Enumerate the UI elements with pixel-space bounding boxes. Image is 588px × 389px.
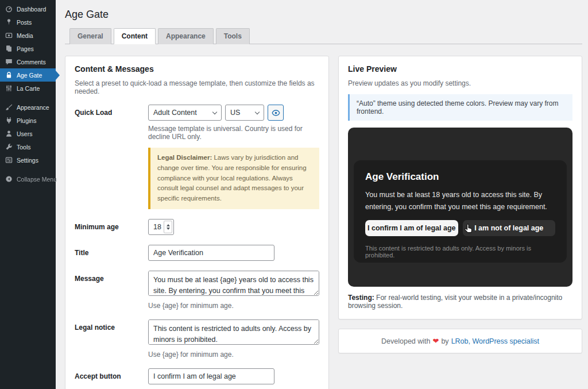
- tab-tools[interactable]: Tools: [216, 28, 250, 44]
- title-row: Title: [75, 245, 319, 261]
- tab-bar: General Content Appearance Tools: [65, 28, 582, 44]
- chevron-down-icon: [255, 109, 260, 114]
- legal-disclaimer-text: Laws vary by jurisdiction and change ove…: [157, 154, 307, 202]
- sidebar-item-label: La Carte: [17, 85, 40, 92]
- legal-notice-row: Legal notice This content is restricted …: [75, 319, 319, 359]
- minimum-age-input[interactable]: 18: [148, 219, 174, 235]
- sidebar-item-plugins[interactable]: Plugins: [0, 114, 56, 127]
- sidebar-item-label: Plugins: [17, 117, 36, 124]
- sidebar-item-la-carte[interactable]: La Carte: [0, 82, 56, 95]
- panel-title: Content & Messages: [75, 64, 319, 74]
- admin-sidebar: Dashboard Posts Media Pages Comments Age…: [0, 0, 56, 389]
- collapse-icon: [5, 175, 13, 183]
- live-preview-panel: Live Preview Preview updates as you modi…: [338, 56, 582, 319]
- page-title: Age Gate: [65, 0, 582, 28]
- preview-title: Live Preview: [348, 64, 572, 74]
- sidebar-item-label: Age Gate: [17, 72, 42, 79]
- title-label: Title: [75, 245, 148, 261]
- preview-description: Preview updates as you modify settings.: [348, 79, 572, 87]
- testing-hint-label: Testing:: [348, 294, 374, 302]
- preset-select-value: Adult Content: [153, 109, 197, 117]
- sidebar-item-label: Dashboard: [17, 6, 46, 13]
- message-textarea[interactable]: You must be at least {age} years old to …: [148, 271, 319, 296]
- title-input[interactable]: [148, 245, 274, 261]
- quick-load-help: Message template is universal. Country i…: [148, 125, 319, 141]
- pin-icon: [5, 18, 13, 26]
- developer-link[interactable]: LRob, WordPress specialist: [451, 337, 539, 345]
- tab-content[interactable]: Content: [114, 28, 156, 44]
- chevron-down-icon: [212, 109, 217, 114]
- sliders-icon: [5, 84, 13, 92]
- legal-notice-textarea[interactable]: This content is restricted to adults onl…: [148, 319, 319, 345]
- age-gate-preview: Age Verification You must be at least 18…: [348, 128, 572, 287]
- sidebar-item-posts[interactable]: Posts: [0, 16, 56, 29]
- preview-modal-title: Age Verification: [365, 171, 555, 183]
- preview-template-button[interactable]: [268, 105, 284, 121]
- message-label: Message: [75, 271, 148, 310]
- country-select[interactable]: US: [225, 105, 264, 121]
- sidebar-item-comments[interactable]: Comments: [0, 55, 56, 68]
- content-messages-panel: Content & Messages Select a preset to qu…: [65, 56, 329, 389]
- legal-disclaimer-notice: Legal Disclaimer: Laws vary by jurisdict…: [148, 148, 319, 209]
- credit-prefix: Developed with: [381, 337, 430, 345]
- sidebar-separator: [0, 95, 56, 101]
- legal-disclaimer-title: Legal Disclaimer:: [157, 154, 212, 161]
- stepper-down-icon: [167, 228, 170, 230]
- main-content: Age Gate General Content Appearance Tool…: [56, 0, 588, 389]
- legal-notice-help: Use {age} for minimum age.: [148, 351, 319, 359]
- sidebar-item-label: Media: [17, 32, 33, 39]
- sidebar-item-media[interactable]: Media: [0, 29, 56, 42]
- panel-description: Select a preset to quick-load a message …: [75, 79, 319, 95]
- preview-modal: Age Verification You must be at least 18…: [354, 160, 567, 263]
- credit-middle: by: [441, 337, 448, 345]
- testing-hint-text: For real-world testing, visit your websi…: [348, 294, 562, 310]
- media-icon: [5, 32, 13, 39]
- country-select-value: US: [230, 109, 240, 117]
- sidebar-item-age-gate[interactable]: Age Gate: [0, 68, 56, 82]
- preview-decline-button[interactable]: I am not of legal age: [463, 220, 556, 236]
- preset-select[interactable]: Adult Content: [148, 105, 222, 121]
- sidebar-separator: [0, 167, 56, 172]
- preview-modal-buttons: I confirm I am of legal age I am not of …: [365, 220, 555, 236]
- accept-button-label: Accept button: [75, 368, 148, 384]
- quick-load-row: Quick Load Adult Content US: [75, 105, 319, 209]
- sidebar-item-settings[interactable]: Settings: [0, 153, 56, 167]
- comments-icon: [5, 58, 13, 66]
- preview-accept-button[interactable]: I confirm I am of legal age: [365, 220, 458, 236]
- tab-general[interactable]: General: [69, 28, 111, 44]
- sidebar-item-users[interactable]: Users: [0, 127, 56, 140]
- auto-theme-notice: “Auto” theme using detected theme colors…: [348, 94, 572, 121]
- sidebar-item-pages[interactable]: Pages: [0, 42, 56, 55]
- number-stepper[interactable]: [164, 221, 172, 233]
- accept-button-row: Accept button: [75, 368, 319, 384]
- testing-hint: Testing: For real-world testing, visit y…: [348, 294, 572, 310]
- pages-icon: [5, 45, 13, 52]
- wrench-icon: [5, 143, 13, 151]
- minimum-age-row: Minimum age 18: [75, 219, 319, 235]
- legal-notice-label: Legal notice: [75, 319, 148, 359]
- sidebar-item-label: Settings: [17, 157, 38, 164]
- sidebar-item-appearance[interactable]: Appearance: [0, 101, 56, 114]
- preview-modal-message: You must be at least 18 years old to acc…: [365, 189, 555, 213]
- sidebar-item-dashboard[interactable]: Dashboard: [0, 2, 56, 16]
- plug-icon: [5, 117, 13, 124]
- user-icon: [5, 130, 13, 137]
- lock-icon: [5, 71, 13, 79]
- sidebar-item-tools[interactable]: Tools: [0, 140, 56, 153]
- heart-icon: ❤: [433, 337, 439, 345]
- brush-icon: [5, 103, 13, 111]
- accept-button-input[interactable]: [148, 368, 274, 384]
- developer-credit: Developed with ❤ by LRob, WordPress spec…: [338, 329, 582, 353]
- preview-modal-legal: This content is restricted to adults onl…: [365, 245, 555, 259]
- message-help: Use {age} for minimum age.: [148, 302, 319, 310]
- settings-icon: [5, 156, 13, 164]
- sidebar-item-collapse-menu[interactable]: Collapse Menu: [0, 172, 56, 186]
- message-row: Message You must be at least {age} years…: [75, 271, 319, 310]
- stepper-up-icon: [167, 224, 170, 226]
- quick-load-label: Quick Load: [75, 105, 148, 209]
- sidebar-item-label: Tools: [17, 144, 31, 151]
- sidebar-item-label: Appearance: [17, 104, 49, 111]
- dashboard-icon: [5, 5, 13, 13]
- eye-icon: [272, 109, 280, 117]
- tab-appearance[interactable]: Appearance: [158, 28, 214, 44]
